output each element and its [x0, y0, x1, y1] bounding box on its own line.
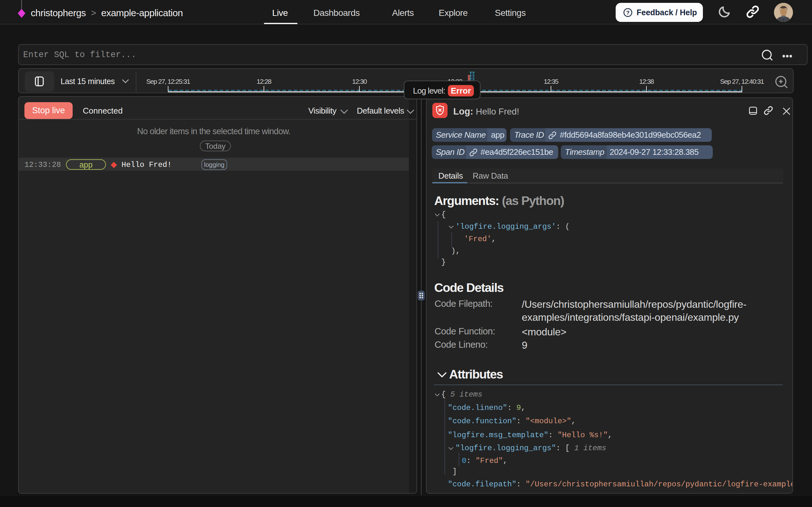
- svg-text:?: ?: [626, 10, 629, 16]
